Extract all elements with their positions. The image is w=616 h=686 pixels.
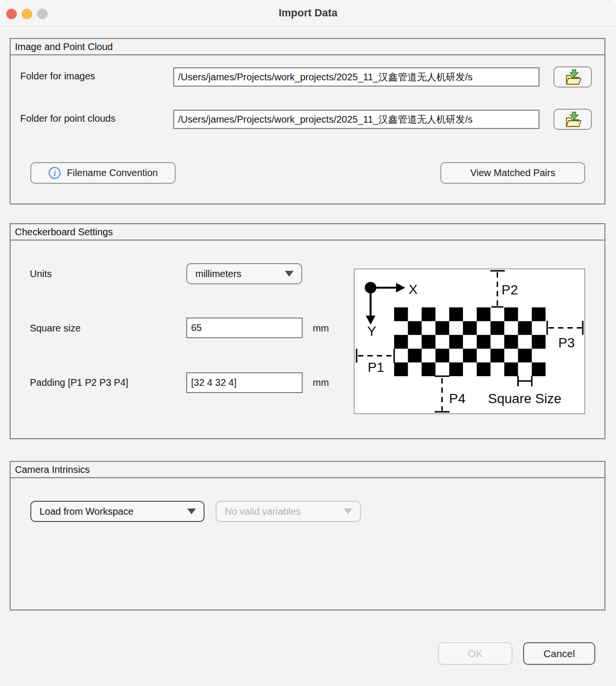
window-title: Import Data [0, 7, 616, 19]
camera-intrinsics-group: Camera Intrinsics [10, 461, 605, 610]
x-arrowhead [396, 283, 405, 292]
p3-label: P3 [558, 335, 575, 350]
browse-pointclouds-button[interactable] [553, 109, 592, 130]
camera-intrinsics-title: Camera Intrinsics [11, 462, 604, 478]
square-size-label: Square size [30, 323, 81, 334]
info-icon: i [48, 166, 61, 179]
folder-pointclouds-label: Folder for point clouds [20, 113, 116, 124]
square-size-input[interactable] [186, 318, 303, 338]
chevron-down-icon [187, 508, 196, 514]
filename-convention-label: Filename Convention [67, 167, 158, 178]
y-axis-label: Y [367, 324, 376, 339]
intrinsics-source-dropdown[interactable]: Load from Workspace [30, 501, 205, 522]
p1-label: P1 [368, 360, 384, 375]
checkerboard-settings-title: Checkerboard Settings [11, 224, 604, 241]
browse-images-button[interactable] [553, 66, 592, 88]
padding-input[interactable] [186, 372, 303, 393]
folder-open-icon [563, 111, 582, 128]
title-bar: Import Data [0, 0, 616, 26]
checkerboard-squares [394, 307, 546, 376]
intrinsics-source-value: Load from Workspace [39, 506, 133, 517]
import-data-dialog: Import Data Image and Point Cloud Folder… [0, 0, 616, 686]
chevron-down-icon [285, 271, 294, 277]
intrinsics-variable-dropdown: No valid variables [216, 501, 361, 522]
padding-unit: mm [313, 377, 329, 388]
units-label: Units [30, 268, 52, 279]
folder-open-icon [563, 68, 582, 86]
svg-text:i: i [53, 169, 56, 178]
square-size-diagram-label: Square Size [488, 391, 562, 406]
square-size-unit: mm [313, 323, 329, 334]
units-dropdown[interactable]: millimeters [186, 263, 302, 284]
checkerboard-diagram-svg: X Y P2 P3 P1 P4 [355, 269, 584, 413]
p4-label: P4 [449, 391, 465, 406]
cancel-button-label: Cancel [543, 648, 575, 660]
folder-images-label: Folder for images [20, 71, 95, 82]
cancel-button[interactable]: Cancel [523, 642, 595, 665]
folder-pointclouds-input[interactable] [173, 110, 539, 129]
view-matched-pairs-label: View Matched Pairs [470, 167, 555, 178]
folder-images-input[interactable] [173, 67, 539, 87]
checkerboard-diagram: X Y P2 P3 P1 P4 [354, 268, 585, 414]
intrinsics-variable-value: No valid variables [225, 506, 301, 517]
ok-button-label: OK [468, 648, 482, 660]
p2-label: P2 [501, 282, 518, 297]
x-axis-label: X [409, 282, 418, 297]
units-dropdown-value: millimeters [195, 268, 242, 279]
image-point-cloud-title: Image and Point Cloud [11, 39, 604, 55]
chevron-down-icon [344, 508, 352, 514]
ok-button[interactable]: OK [438, 642, 513, 665]
view-matched-pairs-button[interactable]: View Matched Pairs [440, 162, 585, 184]
filename-convention-button[interactable]: i Filename Convention [30, 162, 176, 184]
padding-label: Padding [P1 P2 P3 P4] [30, 377, 128, 388]
